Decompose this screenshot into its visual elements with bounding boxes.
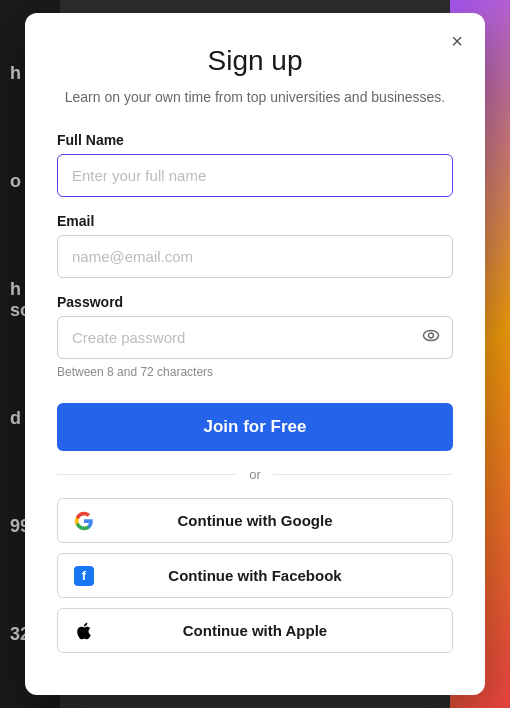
divider: or [57, 467, 453, 482]
divider-line-left [57, 474, 237, 475]
modal-subtitle: Learn on your own time from top universi… [57, 87, 453, 108]
close-button[interactable]: × [447, 27, 467, 55]
full-name-label: Full Name [57, 132, 453, 148]
password-wrapper [57, 316, 453, 359]
facebook-icon: f [74, 566, 94, 586]
google-icon [74, 511, 94, 531]
full-name-group: Full Name [57, 132, 453, 197]
password-input[interactable] [57, 316, 453, 359]
password-hint: Between 8 and 72 characters [57, 365, 453, 379]
password-label: Password [57, 294, 453, 310]
svg-point-1 [429, 333, 434, 338]
facebook-label: Continue with Facebook [168, 567, 341, 584]
apple-label: Continue with Apple [183, 622, 327, 639]
divider-text: or [249, 467, 261, 482]
divider-line-right [273, 474, 453, 475]
svg-point-0 [424, 330, 439, 340]
full-name-input[interactable] [57, 154, 453, 197]
eye-icon[interactable] [421, 325, 441, 350]
email-group: Email [57, 213, 453, 278]
google-label: Continue with Google [178, 512, 333, 529]
modal-title: Sign up [57, 45, 453, 77]
email-input[interactable] [57, 235, 453, 278]
signup-modal: × Sign up Learn on your own time from to… [25, 13, 485, 695]
apple-button[interactable]: Continue with Apple [57, 608, 453, 653]
join-button[interactable]: Join for Free [57, 403, 453, 451]
email-label: Email [57, 213, 453, 229]
google-button[interactable]: Continue with Google [57, 498, 453, 543]
apple-icon [74, 621, 94, 641]
password-group: Password Between 8 and 72 characters [57, 294, 453, 379]
facebook-button[interactable]: f Continue with Facebook [57, 553, 453, 598]
